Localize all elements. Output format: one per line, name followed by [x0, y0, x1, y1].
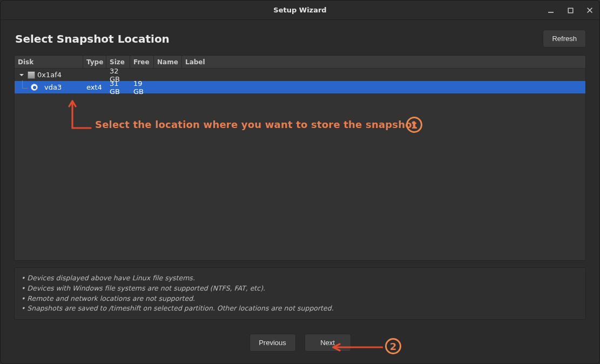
partition-name: vda3 [44, 83, 62, 91]
content-area: Select Snapshot Location Refresh Disk Ty… [1, 20, 599, 363]
name-cell [154, 81, 182, 93]
size-cell: 31 GB [106, 81, 130, 93]
free-cell: 19 GB [130, 81, 154, 93]
table-header: Disk Type Size Free Name Label [15, 56, 585, 69]
next-button[interactable]: Next [305, 334, 351, 352]
col-header-label[interactable]: Label [182, 56, 585, 68]
col-header-free[interactable]: Free [130, 56, 154, 68]
maximize-icon[interactable] [564, 4, 577, 17]
minimize-icon[interactable] [544, 4, 557, 17]
note-line: • Snapshots are saved to /timeshift on s… [21, 304, 579, 314]
tree-branch-icon [18, 82, 29, 93]
disk-cell: vda3 [15, 81, 83, 93]
header-row: Select Snapshot Location Refresh [14, 20, 586, 55]
disk-name: 0x1af4 [37, 71, 62, 79]
label-cell [182, 69, 585, 81]
note-line: • Devices with Windows file systems are … [21, 284, 579, 294]
svg-rect-0 [548, 12, 554, 13]
page-title: Select Snapshot Location [15, 32, 170, 45]
table-body: 0x1af4 32 GB vda3 ext4 [15, 69, 585, 260]
disk-cell: 0x1af4 [15, 69, 83, 81]
col-header-disk[interactable]: Disk [15, 56, 83, 68]
name-cell [154, 69, 182, 81]
drive-icon [28, 71, 35, 79]
table-row[interactable]: 0x1af4 32 GB [15, 69, 585, 81]
previous-button[interactable]: Previous [250, 334, 296, 352]
close-icon[interactable] [583, 4, 596, 17]
note-line: • Remote and network locations are not s… [21, 294, 579, 304]
col-header-type[interactable]: Type [83, 56, 106, 68]
refresh-button[interactable]: Refresh [543, 30, 586, 48]
table-row[interactable]: vda3 ext4 31 GB 19 GB [15, 81, 585, 93]
window-controls [544, 1, 596, 20]
col-header-name[interactable]: Name [154, 56, 182, 68]
disk-table: Disk Type Size Free Name Label 0x1af4 [14, 55, 586, 261]
setup-wizard-window: Setup Wizard Select Snapshot Location Re… [0, 0, 600, 364]
chevron-down-icon[interactable] [18, 71, 25, 79]
titlebar: Setup Wizard [1, 1, 599, 20]
note-line: • Devices displayed above have Linux fil… [21, 273, 579, 284]
notes-panel: • Devices displayed above have Linux fil… [14, 267, 586, 320]
radio-selected-icon[interactable] [31, 84, 38, 91]
wizard-footer: Previous Next [14, 320, 586, 354]
svg-rect-1 [568, 8, 573, 13]
label-cell [182, 81, 585, 93]
window-title: Setup Wizard [273, 6, 326, 14]
type-cell [83, 69, 106, 81]
type-cell: ext4 [83, 81, 106, 93]
